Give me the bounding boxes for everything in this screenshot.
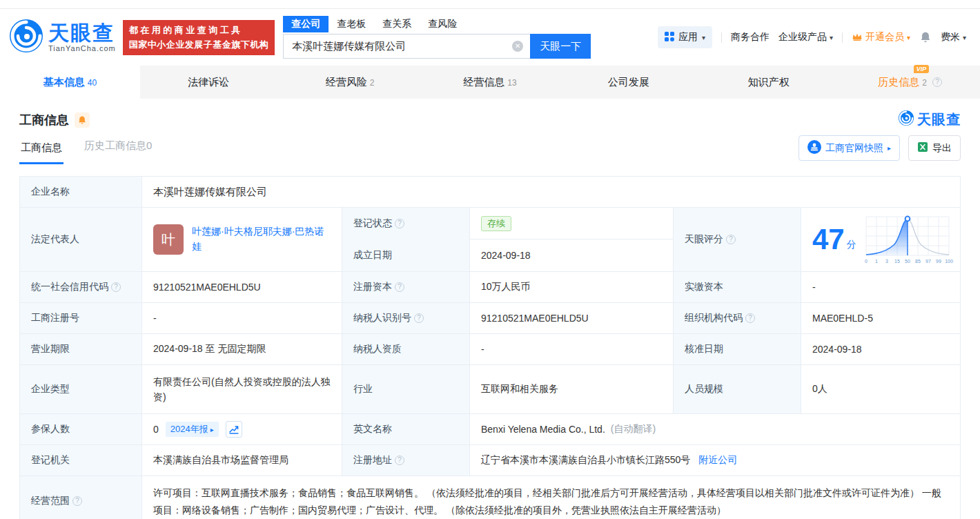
org-code-label-cell: 组织机构代码 ?	[674, 303, 801, 333]
nav-cooperation[interactable]: 商务合作	[731, 31, 770, 43]
nav-divider	[842, 32, 843, 43]
legal-rep-name-link[interactable]: 叶莲娜·叶夫格尼耶夫娜·巴热诺娃	[192, 224, 331, 254]
subtab-history-business-info[interactable]: 历史工商信息0	[84, 139, 152, 162]
score-label: 天眼评分	[685, 233, 723, 246]
reg-address-label-cell: 注册地址 ?	[342, 445, 470, 476]
status-date-block: 登记状态 ? 存续 成立日期 2024-09-18	[342, 208, 674, 271]
nav-user-menu[interactable]: 费米 ▾	[941, 31, 966, 43]
header-actions: 工商官网快照 ▸ 导出	[798, 135, 961, 166]
tick-label: 97	[925, 259, 931, 264]
status-badge: 存续	[481, 216, 511, 231]
brand-domain: TianYanCha.com	[48, 44, 116, 52]
annual-report-label: 2024年报	[170, 423, 208, 435]
vip-badge: VIP	[914, 65, 930, 73]
score-label-cell: 天眼评分 ?	[674, 208, 801, 271]
table-row: 营业期限 2024-09-18 至 无固定期限 纳税人资质 - 核准日期 202…	[20, 334, 960, 365]
tab-label: 经营风险	[326, 76, 367, 89]
chevron-down-icon: ▾	[830, 34, 833, 41]
chevron-down-icon: ▾	[907, 34, 910, 41]
chevron-down-icon: ▾	[702, 34, 705, 41]
reg-address-cell: 辽宁省本溪市本溪满族自治县小市镇长江路550号 附近公司	[470, 445, 960, 476]
table-subrow: 成立日期 2024-09-18	[342, 239, 673, 271]
apps-label: 应用	[678, 31, 698, 43]
help-icon[interactable]: ?	[745, 313, 755, 323]
table-row: 登记机关 本溪满族自治县市场监督管理局 注册地址 ? 辽宁省本溪市本溪满族自治县…	[20, 445, 960, 476]
logo-text: 天眼查 TianYanCha.com	[48, 23, 116, 52]
help-icon[interactable]: ?	[395, 456, 404, 465]
subtab-row: 工商信息 历史工商信息0 工商官网快照 ▸	[19, 135, 961, 166]
watermark-text: 天眼查	[917, 110, 961, 129]
help-icon[interactable]: ?	[726, 235, 736, 244]
insured-count-value: 0	[153, 424, 159, 435]
nav-divider	[721, 32, 722, 43]
reg-authority-value: 本溪满族自治县市场监督管理局	[142, 445, 342, 476]
reg-capital-label: 注册资本	[353, 281, 392, 293]
help-icon[interactable]: ?	[111, 282, 121, 292]
brand-watermark: 天眼查	[898, 110, 961, 130]
export-button[interactable]: 导出	[908, 135, 961, 161]
help-icon[interactable]: ?	[932, 77, 942, 87]
tab-label: 知识产权	[748, 76, 790, 89]
tab-history-info[interactable]: 历史信息 VIP 2 ?	[840, 66, 980, 99]
nearby-companies-link[interactable]: 附近公司	[698, 454, 737, 467]
credit-code-value: 91210521MAE0EHLD5U	[142, 272, 342, 302]
search-tab-company[interactable]: 查公司	[283, 16, 329, 32]
help-icon[interactable]: ?	[395, 282, 404, 292]
insured-count-label: 参保人数	[20, 414, 142, 444]
company-name-label: 企业名称	[20, 177, 142, 207]
tab-operation-risk[interactable]: 经营风险 2	[280, 66, 420, 99]
help-icon[interactable]: ?	[72, 496, 82, 506]
tab-company-development[interactable]: 公司发展	[560, 66, 700, 99]
tab-count: 13	[507, 78, 516, 88]
tab-operation-info[interactable]: 经营信息 13	[420, 66, 560, 99]
search-input[interactable]	[283, 34, 530, 59]
open-vip-label: 开通会员	[865, 31, 904, 43]
annual-report-badge[interactable]: 2024年报 ▸	[166, 422, 219, 437]
enterprise-label: 企业级产品	[778, 31, 827, 43]
official-snapshot-button[interactable]: 工商官网快照 ▸	[798, 135, 900, 161]
search-tab-boss[interactable]: 查老板	[329, 16, 374, 32]
business-term-label: 营业期限	[20, 334, 142, 364]
org-code-value: MAE0EHLD-5	[801, 303, 961, 333]
reg-number-label: 工商注册号	[20, 303, 142, 333]
notification-bell-icon[interactable]	[919, 31, 932, 43]
snapshot-label: 工商官网快照	[825, 142, 883, 155]
score-distribution-chart: 0 1 3 15 50 85 97 99 100	[861, 213, 956, 267]
search-button[interactable]: 天眼一下	[530, 34, 591, 59]
legal-rep-avatar: 叶	[153, 224, 184, 255]
reg-address-label: 注册地址	[353, 454, 392, 467]
help-icon[interactable]: ?	[414, 313, 424, 323]
tab-intellectual-property[interactable]: 知识产权	[700, 66, 840, 99]
table-row: 参保人数 0 2024年报 ▸ 英文名称	[20, 414, 960, 445]
tab-basic-info[interactable]: 基本信息 40	[0, 66, 140, 99]
reg-status-label: 登记状态	[353, 217, 392, 230]
brand-name: 天眼查	[48, 23, 116, 43]
tab-legal-proceedings[interactable]: 法律诉讼	[140, 66, 280, 99]
insured-count-cell: 0 2024年报 ▸	[142, 414, 342, 444]
business-scope-label: 经营范围	[31, 495, 70, 507]
top-divider	[0, 0, 980, 9]
tianyancha-logo[interactable]: 天眼查 TianYanCha.com	[8, 18, 116, 57]
legal-rep-label: 法定代表人	[20, 208, 142, 271]
taxpayer-id-label-cell: 纳税人识别号 ?	[342, 303, 470, 333]
nav-open-vip[interactable]: 开通会员 ▾	[852, 31, 910, 43]
reg-address-value: 辽宁省本溪市本溪满族自治县小市镇长江路550号	[481, 454, 690, 467]
business-info-table: 企业名称 本溪叶莲娜传媒有限公司 法定代表人 叶 叶莲娜·叶夫格尼耶夫娜·巴热诺…	[19, 176, 961, 519]
search-tab-relation[interactable]: 查关系	[374, 16, 420, 32]
search-tab-risk[interactable]: 查风险	[420, 16, 465, 32]
subscribe-bell-icon[interactable]	[75, 112, 90, 128]
tab-label: 历史信息	[878, 76, 919, 88]
apps-menu[interactable]: 应用 ▾	[658, 26, 712, 48]
trend-chart-icon[interactable]	[226, 421, 242, 438]
subtab-business-info[interactable]: 工商信息	[19, 137, 63, 164]
tick-label: 99	[936, 259, 941, 264]
table-row: 企业类型 有限责任公司(自然人投资或控股的法人独资) 行业 互联网和相关服务 人…	[20, 365, 960, 414]
taxpayer-id-label: 纳税人识别号	[353, 312, 411, 324]
nav-enterprise[interactable]: 企业级产品 ▾	[778, 31, 833, 43]
apps-grid-icon	[665, 32, 674, 43]
reg-capital-label-cell: 注册资本 ?	[342, 272, 470, 302]
help-icon[interactable]: ?	[395, 219, 404, 228]
score-cell: 47 分	[801, 208, 961, 271]
stamp-icon	[807, 140, 821, 156]
industry-value: 互联网和相关服务	[470, 365, 674, 413]
